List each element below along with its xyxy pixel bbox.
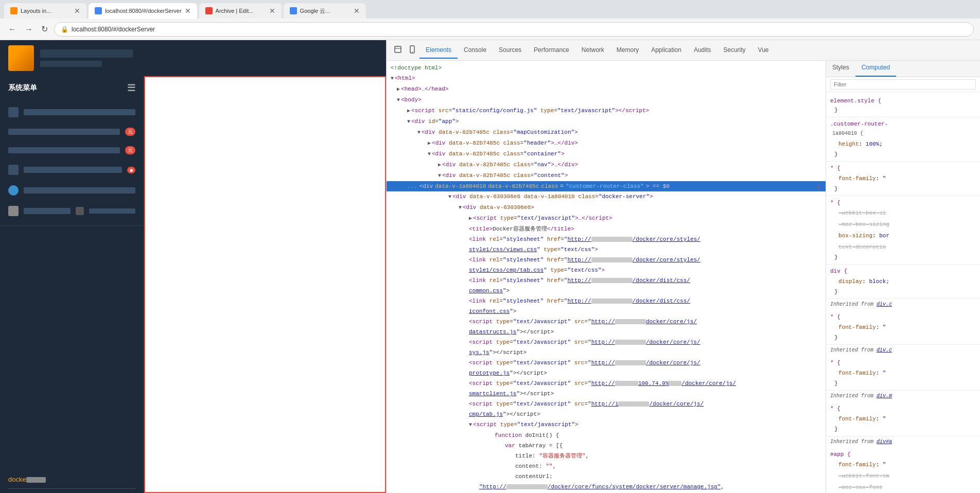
dom-link-views-css[interactable]: <link rel="stylesheet" href="http:///doc… xyxy=(387,234,826,244)
dom-html[interactable]: <html> xyxy=(387,73,826,84)
sidebar-item-1[interactable] xyxy=(0,102,144,122)
dom-link-tab-css[interactable]: <link rel="stylesheet" href="http:///doc… xyxy=(387,255,826,265)
app-logo xyxy=(8,45,34,71)
dom-docker-triangle[interactable] xyxy=(448,194,451,200)
dom-div-content[interactable]: <div data-v-82b7485c class="content"> xyxy=(387,170,826,181)
sidebar-item-6[interactable] xyxy=(0,201,144,221)
style-selector-inherited-1: * { xyxy=(830,314,841,320)
dom-script-sys-cont[interactable]: sys.js"></script> xyxy=(387,347,826,358)
dom-script-triangle[interactable] xyxy=(407,108,410,114)
styles-filter-input[interactable] xyxy=(830,79,976,90)
sidebar: 系统菜单 ☰ 元 元 xyxy=(0,76,144,493)
address-bar[interactable]: 🔒 localhost:8080/#/dockerServer xyxy=(54,22,974,37)
tab-2[interactable]: localhost:8080/#/dockerServer ✕ xyxy=(89,3,197,19)
dom-customer-router[interactable]: ... <div data-v-1a804010 data-v-82b7485c… xyxy=(387,181,826,191)
dom-script-js[interactable]: <script type="text/javascript">…</script… xyxy=(387,213,826,224)
dom-header-triangle[interactable] xyxy=(428,140,431,146)
sidebar-item-5[interactable] xyxy=(0,180,144,201)
dom-link-iconfont-css[interactable]: <link rel="stylesheet" href="http:///doc… xyxy=(387,296,826,306)
tab-4[interactable]: Google 云... ✕ xyxy=(284,3,366,19)
style-prop-font-inherited-2: font-family: " xyxy=(830,367,976,379)
devtools-tab-sources[interactable]: Sources xyxy=(493,42,528,59)
tab-1[interactable]: Layouts in... ✕ xyxy=(4,3,86,19)
dom-script-inline[interactable]: <script type="text/javascript"> xyxy=(387,419,826,430)
dom-script-smartclient-cont[interactable]: smartclient.js"></script> xyxy=(387,389,826,399)
dom-script-tab-cont[interactable]: cmp/tab.js"></script> xyxy=(387,409,826,419)
dom-map-triangle[interactable] xyxy=(417,130,421,135)
dom-head[interactable]: <head>…</head> xyxy=(387,84,826,95)
app-header xyxy=(0,40,386,76)
reload-button[interactable]: ↻ xyxy=(39,22,50,36)
devtools-tab-network[interactable]: Network xyxy=(575,42,610,59)
styles-tab-styles[interactable]: Styles xyxy=(826,61,855,77)
inherited-from-3: Inherited from div.m xyxy=(826,391,980,402)
dom-container-triangle[interactable] xyxy=(428,151,431,157)
dom-body[interactable]: <body> xyxy=(387,95,826,105)
dom-div-container[interactable]: <div data-v-82b7485c class="container"> xyxy=(387,149,826,160)
dom-body-triangle[interactable] xyxy=(397,97,400,103)
app-body: 系统菜单 ☰ 元 元 xyxy=(0,76,386,493)
dom-title[interactable]: <title>Docker容器服务管理</title> xyxy=(387,224,826,234)
dom-link-views-css-cont[interactable]: style1/css/views.css" type="text/css"> xyxy=(387,244,826,255)
tab-2-close[interactable]: ✕ xyxy=(185,7,191,15)
tab-4-label: Google 云... xyxy=(300,7,330,15)
sidebar-item-1-icon xyxy=(8,107,19,117)
style-prop-font-1: font-family: " xyxy=(830,173,976,184)
hamburger-icon[interactable]: ☰ xyxy=(127,82,135,94)
dom-app-triangle[interactable] xyxy=(407,119,410,125)
sidebar-item-4-label xyxy=(24,167,122,173)
dom-script-sys[interactable]: <script type="text/Javascript" src="http… xyxy=(387,337,826,347)
dom-script-smartclient[interactable]: <script type="text/Javascript" src="http… xyxy=(387,378,826,389)
dom-div-app[interactable]: <div id="app"> xyxy=(387,116,826,127)
dom-docker-server[interactable]: <div data-v-630306e6 data-v-1a804010 cla… xyxy=(387,191,826,202)
dom-script-datastructs[interactable]: <script type="text/Javascript" src="http… xyxy=(387,316,826,327)
devtools-tab-console[interactable]: Console xyxy=(458,42,493,59)
devtools-tab-elements[interactable]: Elements xyxy=(419,42,458,59)
dom-content-triangle[interactable] xyxy=(438,173,441,179)
sidebar-item-4[interactable]: ■ xyxy=(0,160,144,180)
dom-doctype[interactable]: <!doctype html> xyxy=(387,63,826,73)
dom-div-header[interactable]: <div data-v-82b7485c class="header">…</d… xyxy=(387,138,826,149)
sidebar-item-3[interactable]: 元 xyxy=(0,141,144,160)
forward-button[interactable]: → xyxy=(23,23,35,36)
dom-inline-triangle[interactable] xyxy=(469,422,472,428)
dom-div-nav[interactable]: <div data-v-82b7485c class="nav">…</div> xyxy=(387,160,826,170)
dom-link-common-css-cont[interactable]: common.css"> xyxy=(387,286,826,296)
devtools-device-btn[interactable] xyxy=(405,42,419,58)
dom-script-datastructs-cont[interactable]: datastructs.js"></script> xyxy=(387,327,826,337)
devtools-tab-performance[interactable]: Performance xyxy=(528,42,575,59)
tab-1-close[interactable]: ✕ xyxy=(74,7,80,15)
sidebar-docker-item[interactable]: docke■■■ ← xyxy=(0,470,144,488)
devtools-tab-application[interactable]: Application xyxy=(645,42,688,59)
app-content xyxy=(144,76,386,493)
tab-3-close[interactable]: ✕ xyxy=(269,7,275,15)
dom-630-triangle[interactable] xyxy=(459,205,462,210)
dom-contenturl-value[interactable]: "http:///docker/core/funcs/system/docker… xyxy=(387,482,826,492)
sidebar-item-2[interactable]: 元 xyxy=(0,122,144,141)
dom-div-map[interactable]: <div data-v-82b7485c class="mapCustomiza… xyxy=(387,127,826,138)
lock-icon: 🔒 xyxy=(61,26,68,33)
dom-link-tab-css-cont[interactable]: style1/css/cmp/tab.css" type="text/css"> xyxy=(387,265,826,275)
dom-div-630[interactable]: <div data-v-630306e6> xyxy=(387,202,826,213)
dom-panel[interactable]: <!doctype html> <html> <head>…</head> <b… xyxy=(387,61,826,493)
dom-script-tab[interactable]: <script type="text/Javascript" src="http… xyxy=(387,399,826,409)
dom-script-prototype[interactable]: <script type="text/Javascript" src="http… xyxy=(387,358,826,368)
devtools-tab-security[interactable]: Security xyxy=(717,42,751,59)
dom-script-config[interactable]: <script src="static/config/config.js" ty… xyxy=(387,105,826,116)
dom-link-iconfont-css-cont[interactable]: iconfont.css"> xyxy=(387,306,826,316)
tab-2-favicon xyxy=(95,7,102,14)
devtools-tab-vue[interactable]: Vue xyxy=(752,42,775,59)
dom-html-triangle[interactable] xyxy=(391,76,394,81)
devtools-tab-audits[interactable]: Audits xyxy=(688,42,717,59)
dom-head-triangle[interactable] xyxy=(397,86,400,92)
styles-tab-computed[interactable]: Computed xyxy=(855,61,896,77)
tab-4-close[interactable]: ✕ xyxy=(354,7,360,15)
dom-script-js-triangle[interactable] xyxy=(469,216,472,221)
tab-3[interactable]: Archive | Edit... ✕ xyxy=(199,3,282,19)
devtools-tab-memory[interactable]: Memory xyxy=(610,42,645,59)
devtools-inspect-btn[interactable] xyxy=(391,42,405,58)
dom-script-prototype-cont[interactable]: prototype.js"></script> xyxy=(387,368,826,378)
dom-link-common-css[interactable]: <link rel="stylesheet" href="http:///doc… xyxy=(387,275,826,286)
dom-nav-triangle[interactable] xyxy=(438,162,441,168)
back-button[interactable]: ← xyxy=(6,23,19,36)
